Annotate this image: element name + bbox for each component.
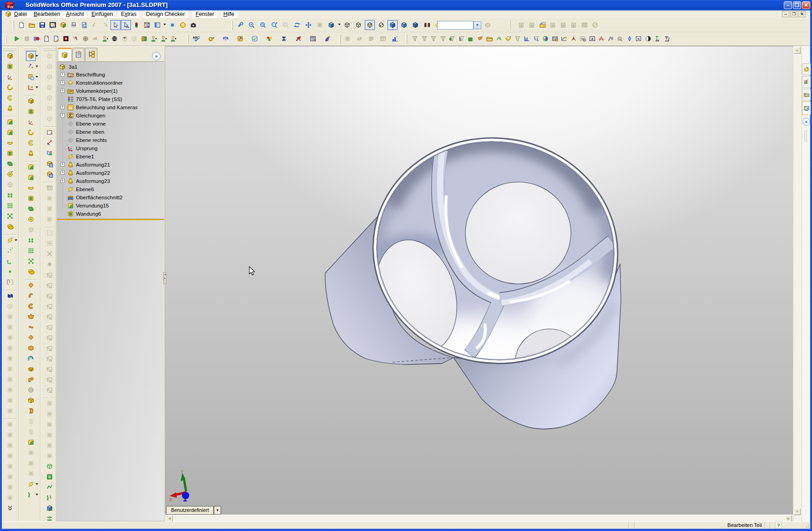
svg-text:A: A xyxy=(572,24,575,28)
svg-text:Y: Y xyxy=(181,470,184,475)
svg-text:N: N xyxy=(637,37,640,40)
svg-text:X: X xyxy=(169,497,172,501)
svg-text:?: ? xyxy=(182,23,184,27)
svg-text:A: A xyxy=(69,74,71,77)
svg-text:A: A xyxy=(520,24,523,28)
svg-text:A: A xyxy=(551,24,554,28)
svg-text:ABC: ABC xyxy=(193,35,200,40)
svg-text:A: A xyxy=(530,24,533,28)
svg-text:W: W xyxy=(10,5,14,9)
svg-text:A: A xyxy=(591,37,593,40)
svg-text:A: A xyxy=(562,24,565,28)
